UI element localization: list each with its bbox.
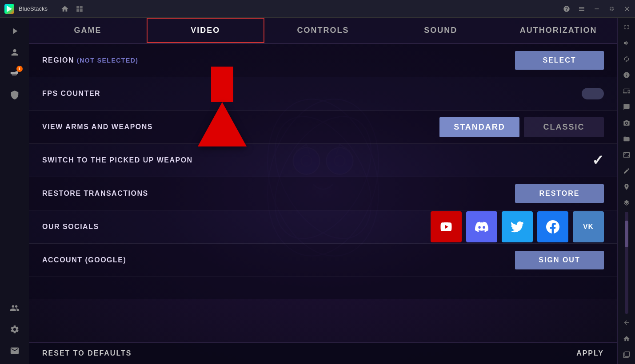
fps-label: FPS COUNTER — [42, 90, 582, 98]
vk-label: VK — [583, 223, 594, 231]
right-scrollbar[interactable] — [618, 212, 635, 314]
twitter-button[interactable] — [502, 211, 533, 242]
facebook-icon — [546, 220, 559, 233]
main-layout: 1 — [0, 18, 635, 364]
sidebar-item-profile[interactable] — [6, 44, 24, 61]
switch-weapon-checkmark: ✓ — [592, 152, 604, 169]
right-expand-icon[interactable] — [619, 20, 634, 34]
window-nav-icon[interactable] — [76, 5, 84, 13]
left-sidebar: 1 — [0, 18, 29, 364]
restore-control: RESTORE — [515, 184, 604, 203]
restore-label: RESTORE TRANSACTIONS — [42, 190, 515, 198]
right-edit-icon[interactable] — [619, 164, 634, 178]
fps-toggle[interactable] — [582, 88, 604, 99]
switch-weapon-label: SWITCH TO THE PICKED UP WEAPON — [42, 156, 592, 164]
close-icon[interactable] — [623, 5, 631, 12]
right-recent-icon[interactable] — [619, 348, 634, 362]
socials-label: OUR SOCIALS — [42, 223, 431, 231]
account-control: SIGN OUT — [515, 251, 604, 269]
discord-button[interactable] — [466, 211, 497, 242]
sidebar-item-settings[interactable] — [6, 320, 24, 338]
title-bar-nav — [61, 5, 84, 13]
discord-icon — [475, 220, 488, 233]
region-control: SELECT — [515, 51, 604, 70]
facebook-button[interactable] — [537, 211, 568, 242]
svg-marker-0 — [7, 5, 12, 12]
right-resize-icon[interactable] — [619, 148, 634, 162]
menu-icon[interactable] — [578, 5, 585, 12]
settings-row-account: ACCOUNT (GOOGLE) SIGN OUT — [29, 244, 617, 277]
right-back-icon[interactable] — [619, 316, 634, 330]
tab-game[interactable]: GAME — [29, 18, 147, 43]
restore-button[interactable]: RESTORE — [515, 184, 604, 203]
switch-weapon-control: ✓ — [592, 152, 604, 169]
right-layers-icon[interactable] — [619, 196, 634, 210]
right-devices-icon[interactable] — [619, 84, 634, 98]
right-folder-icon[interactable] — [619, 132, 634, 146]
sidebar-item-group[interactable] — [6, 299, 24, 317]
right-volume-icon[interactable] — [619, 36, 634, 50]
help-icon[interactable] — [563, 5, 570, 12]
app-title: BlueStacks — [19, 5, 48, 12]
sidebar-item-mail[interactable] — [6, 342, 24, 360]
content-area: GAME VIDEO CONTROLS SOUND AUTHORIZATION … — [29, 18, 617, 364]
bottom-bar: RESET TO DEFAULTS APPLY — [29, 342, 617, 364]
shield-icon — [10, 90, 20, 100]
title-bar: BlueStacks — [0, 0, 635, 18]
scrollbar-track — [625, 212, 628, 314]
settings-row-weapons: VIEW ARMS AND WEAPONS STANDARD CLASSIC — [29, 111, 617, 144]
settings-row-switch-weapon: SWITCH TO THE PICKED UP WEAPON ✓ — [29, 144, 617, 177]
sidebar-item-gun[interactable]: 1 — [6, 65, 24, 83]
settings-row-restore: RESTORE TRANSACTIONS RESTORE — [29, 177, 617, 210]
tab-authorization[interactable]: AUTHORIZATION — [499, 18, 617, 43]
socials-control: VK — [431, 211, 604, 242]
gun-badge: 1 — [16, 66, 23, 72]
settings-spacer — [29, 277, 617, 299]
title-bar-left: BlueStacks — [4, 4, 84, 14]
fps-control — [582, 88, 604, 99]
user-icon — [10, 47, 20, 57]
vk-button[interactable]: VK — [573, 211, 604, 242]
settings-row-fps: FPS COUNTER — [29, 77, 617, 111]
mail-icon — [10, 346, 20, 356]
right-location-icon[interactable] — [619, 180, 634, 194]
right-apk-icon[interactable] — [619, 100, 634, 114]
youtube-icon — [439, 220, 453, 233]
settings-content: REGION (NOT SELECTED) SELECT FPS COUNTER — [29, 44, 617, 342]
restore-icon[interactable] — [608, 5, 615, 12]
play-icon — [10, 26, 20, 36]
account-label: ACCOUNT (GOOGLE) — [42, 256, 515, 264]
right-home-icon[interactable] — [619, 332, 634, 346]
settings-panel: GAME VIDEO CONTROLS SOUND AUTHORIZATION … — [29, 18, 617, 364]
standard-button[interactable]: STANDARD — [439, 117, 519, 137]
region-label: REGION (NOT SELECTED) — [42, 56, 515, 64]
home-nav-icon[interactable] — [61, 5, 69, 13]
group-icon — [10, 303, 20, 313]
sidebar-item-shield[interactable] — [6, 86, 24, 104]
settings-row-region: REGION (NOT SELECTED) SELECT — [29, 44, 617, 77]
youtube-button[interactable] — [431, 211, 462, 242]
title-bar-controls — [563, 5, 631, 12]
reset-defaults-button[interactable]: RESET TO DEFAULTS — [42, 349, 132, 357]
right-rotate-icon[interactable] — [619, 52, 634, 66]
tab-video[interactable]: VIDEO — [147, 18, 264, 43]
right-screenshot-icon[interactable] — [619, 116, 634, 130]
weapons-label: VIEW ARMS AND WEAPONS — [42, 123, 439, 131]
sidebar-item-play[interactable] — [6, 22, 24, 40]
region-sub-label: (NOT SELECTED) — [77, 57, 138, 64]
apply-button[interactable]: APPLY — [576, 349, 604, 357]
sign-out-button[interactable]: SIGN OUT — [515, 251, 604, 269]
svg-rect-1 — [15, 71, 18, 73]
settings-row-socials: OUR SOCIALS — [29, 210, 617, 244]
select-button[interactable]: SELECT — [515, 51, 604, 70]
right-sidebar — [617, 18, 635, 364]
tab-sound[interactable]: SOUND — [382, 18, 499, 43]
tab-controls[interactable]: CONTROLS — [264, 18, 382, 43]
bluestacks-logo — [4, 4, 14, 14]
settings-icon — [10, 324, 20, 334]
tabs-bar: GAME VIDEO CONTROLS SOUND AUTHORIZATION — [29, 18, 617, 44]
classic-button[interactable]: CLASSIC — [524, 117, 604, 137]
right-info-icon[interactable] — [619, 68, 634, 82]
scrollbar-thumb — [625, 221, 628, 247]
minimize-icon[interactable] — [593, 5, 600, 12]
